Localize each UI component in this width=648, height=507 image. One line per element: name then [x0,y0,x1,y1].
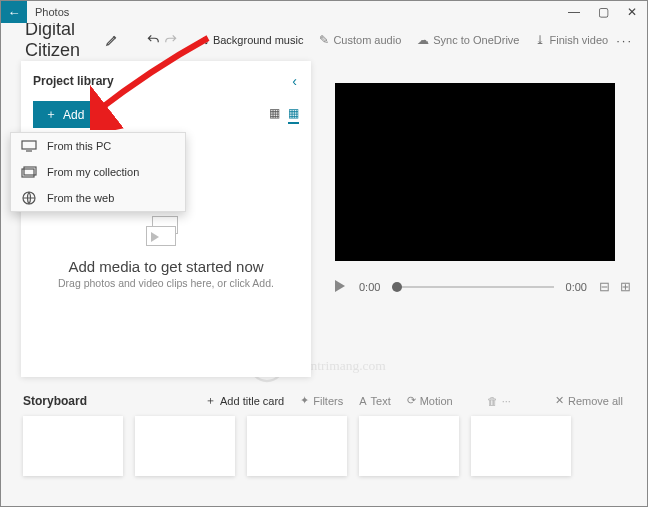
app-title: Photos [27,6,69,18]
text-label: Text [371,395,391,407]
remove-all-label: Remove all [568,395,623,407]
back-button[interactable]: ← [1,1,27,23]
plus-icon: ＋ [45,106,57,123]
collection-icon [21,165,37,179]
custom-audio-button[interactable]: ✎ Custom audio [311,33,409,47]
filters-button[interactable]: ✦ Filters [292,394,351,407]
text-button[interactable]: A Text [351,395,399,407]
menu-item-label: From my collection [47,166,139,178]
add-from-the-web[interactable]: From the web [11,185,185,211]
add-title-card-button[interactable]: ＋ Add title card [197,393,292,408]
menu-item-label: From this PC [47,140,111,152]
text-icon: A [359,395,366,407]
add-from-this-pc[interactable]: From this PC [11,133,185,159]
total-time: 0:00 [566,281,587,293]
collapse-library-button[interactable]: ‹ [292,73,301,89]
add-title-card-label: Add title card [220,395,284,407]
toolbar: Digital Citizen ♫ Background music ✎ Cus… [1,23,647,57]
view-small-tiles-button[interactable]: ▦ [288,106,299,124]
background-music-button[interactable]: ♫ Background music [192,33,312,47]
motion-label: Motion [420,395,453,407]
zoom-out-button[interactable]: ⊟ [599,279,610,294]
ellipsis-icon: ··· [502,395,511,407]
finish-video-label: Finish video [549,34,608,46]
svg-rect-0 [22,141,36,149]
trash-icon: 🗑 [487,395,498,407]
plus-icon: ＋ [205,393,216,408]
undo-button[interactable] [144,26,162,54]
project-library-panel: Project library ‹ ＋ Add ▦ ▦ Add media to… [21,61,311,377]
empty-subtitle: Drag photos and video clips here, or cli… [58,277,274,289]
background-music-label: Background music [213,34,304,46]
audio-icon: ✎ [319,33,329,47]
music-icon: ♫ [200,33,209,47]
remove-all-button[interactable]: ✕ Remove all [547,394,631,407]
minimize-button[interactable]: — [568,5,580,19]
view-large-tiles-button[interactable]: ▦ [269,106,280,124]
motion-icon: ⟳ [407,394,416,407]
scrubber[interactable] [392,286,553,288]
video-preview[interactable] [335,83,615,261]
project-library-title: Project library [33,74,292,88]
sync-onedrive-button[interactable]: ☁ Sync to OneDrive [409,33,527,47]
filters-label: Filters [313,395,343,407]
menu-item-label: From the web [47,192,114,204]
storyboard-title: Storyboard [23,394,87,408]
add-button-label: Add [63,108,84,122]
close-icon: ✕ [555,394,564,407]
more-button[interactable]: ··· [616,33,639,48]
export-icon: ⤓ [535,33,545,47]
maximize-button[interactable]: ▢ [598,5,609,19]
rename-icon[interactable] [103,26,121,54]
scrubber-handle[interactable] [392,282,402,292]
add-button[interactable]: ＋ Add [33,101,96,128]
sync-onedrive-label: Sync to OneDrive [433,34,519,46]
media-placeholder-icon [146,216,186,250]
project-name[interactable]: Digital Citizen [9,19,95,61]
add-from-my-collection[interactable]: From my collection [11,159,185,185]
storyboard-section: Storyboard ＋ Add title card ✦ Filters A … [23,393,631,476]
empty-title: Add media to get started now [68,258,263,275]
storyboard-slot[interactable] [247,416,347,476]
pc-icon [21,139,37,153]
zoom-in-button[interactable]: ⊞ [620,279,631,294]
title-bar: ← Photos — ▢ ✕ [1,1,647,23]
finish-video-button[interactable]: ⤓ Finish video [527,33,616,47]
storyboard-slot[interactable] [471,416,571,476]
close-button[interactable]: ✕ [627,5,637,19]
filters-icon: ✦ [300,394,309,407]
web-icon [21,191,37,205]
storyboard-slot[interactable] [135,416,235,476]
motion-button[interactable]: ⟳ Motion [399,394,461,407]
add-menu: From this PC From my collection From the… [10,132,186,212]
storyboard-slot[interactable] [359,416,459,476]
storyboard-slot[interactable] [23,416,123,476]
storyboard-more-button[interactable]: 🗑 ··· [479,395,519,407]
current-time: 0:00 [359,281,380,293]
redo-button[interactable] [162,26,180,54]
preview-area: 0:00 0:00 ⊟ ⊞ [315,57,647,377]
custom-audio-label: Custom audio [333,34,401,46]
play-button[interactable] [335,280,347,294]
back-icon: ← [8,5,21,20]
cloud-icon: ☁ [417,33,429,47]
